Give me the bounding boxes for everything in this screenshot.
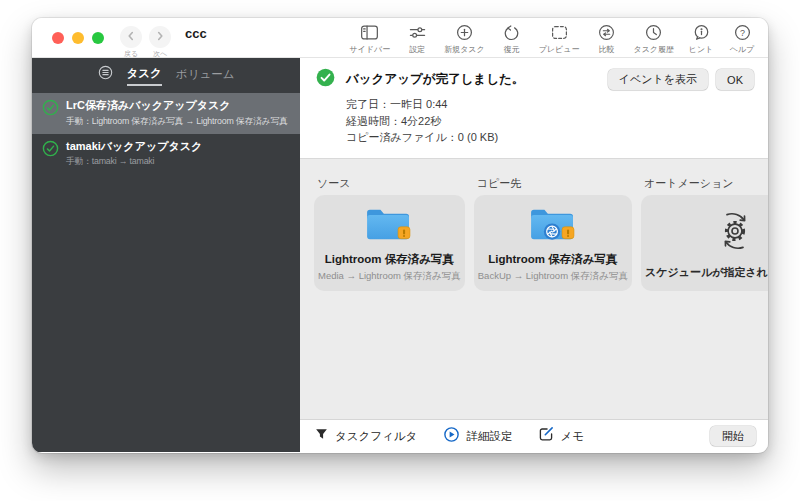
nav-buttons: 戻る 次へ xyxy=(120,18,171,59)
success-check-icon xyxy=(316,68,335,91)
task-list-icon xyxy=(98,65,113,84)
chevron-right-icon xyxy=(154,28,166,46)
source-title: Lightroom 保存済み写真 xyxy=(325,252,454,267)
toolbar-new-task[interactable]: 新規タスク xyxy=(444,23,485,55)
hint-icon xyxy=(692,23,711,42)
toolbar-preview[interactable]: プレビュー xyxy=(539,23,580,55)
traffic-lights xyxy=(52,32,104,44)
toolbar: サイドバー 設定 新規タスク xyxy=(349,21,756,55)
svg-text:?: ? xyxy=(740,27,745,37)
help-icon: ? xyxy=(733,23,752,42)
task-history-icon xyxy=(644,23,663,42)
ok-button[interactable]: OK xyxy=(716,69,754,90)
title-bar: 戻る 次へ ccc サイドバー xyxy=(32,18,768,58)
source-folder-icon xyxy=(364,203,414,247)
app-window: 戻る 次へ ccc サイドバー xyxy=(32,18,768,453)
toolbar-task-history[interactable]: タスク履歴 xyxy=(633,23,674,55)
destination-card[interactable]: Lightroom 保存済み写真 BackUp → Lightroom 保存済み… xyxy=(474,195,632,291)
destination-folder-icon xyxy=(528,203,578,247)
advanced-settings-icon xyxy=(443,426,460,447)
compare-icon xyxy=(597,23,616,42)
forward-label: 次へ xyxy=(153,49,167,59)
tab-tasks[interactable]: タスク xyxy=(127,66,162,86)
source-heading: ソース xyxy=(314,176,465,191)
zoom-button[interactable] xyxy=(92,32,104,44)
window-title: ccc xyxy=(185,26,207,41)
task-title: LrC保存済みバックアップタスク xyxy=(66,98,288,113)
schedule-gear-icon xyxy=(712,207,758,257)
task-success-icon xyxy=(42,140,59,161)
task-subtitle: 手動：Lightroom 保存済み写真 → Lightroom 保存済み写真 xyxy=(66,116,288,128)
sidebar-tabs: タスク ボリューム xyxy=(32,58,300,86)
tab-volumes[interactable]: ボリューム xyxy=(176,67,235,85)
task-subtitle: 手動：tamaki → tamaki xyxy=(66,156,202,168)
advanced-settings-button[interactable]: 詳細設定 xyxy=(443,426,512,447)
sidebar-icon xyxy=(360,23,379,42)
toolbar-hint[interactable]: ヒント xyxy=(687,23,715,55)
status-copied-files: コピー済みファイル：0 (0 KB) xyxy=(346,129,754,146)
show-events-button[interactable]: イベントを表示 xyxy=(608,69,708,90)
task-filter-button[interactable]: タスクフィルタ xyxy=(314,427,417,446)
task-sidebar: タスク ボリューム LrC保存済みバックアップタスク 手動：Lightroom … xyxy=(32,58,300,452)
automation-message: スケジュールが指定されていません xyxy=(645,265,768,280)
back-label: 戻る xyxy=(124,49,138,59)
start-button[interactable]: 開始 xyxy=(710,426,756,446)
automation-heading: オートメーション xyxy=(641,176,768,191)
preview-icon xyxy=(550,23,569,42)
aperture-badge-icon xyxy=(544,223,560,239)
destination-subtitle: BackUp → Lightroom 保存済み写真 xyxy=(478,270,628,283)
settings-icon xyxy=(408,23,427,42)
status-section: バックアップが完了しました。 イベントを表示 OK 完了日：一昨日 0:44 経… xyxy=(300,58,768,159)
task-row-tamaki[interactable]: tamakiバックアップタスク 手動：tamaki → tamaki xyxy=(32,134,300,175)
toolbar-help[interactable]: ? ヘルプ xyxy=(728,23,756,55)
task-panels: ソース コピー先 オートメーション xyxy=(300,159,768,419)
task-success-icon xyxy=(42,99,59,120)
status-message: バックアップが完了しました。 xyxy=(346,71,524,88)
minimize-button[interactable] xyxy=(72,32,84,44)
destination-heading: コピー先 xyxy=(474,176,632,191)
forward-button[interactable]: 次へ xyxy=(149,26,171,59)
close-button[interactable] xyxy=(52,32,64,44)
destination-title: Lightroom 保存済み写真 xyxy=(488,252,617,267)
memo-button[interactable]: メモ xyxy=(538,426,584,446)
status-elapsed-time: 経過時間：4分22秒 xyxy=(346,113,754,130)
task-list: LrC保存済みバックアップタスク 手動：Lightroom 保存済み写真 → L… xyxy=(32,93,300,174)
restore-icon xyxy=(502,23,521,42)
task-title: tamakiバックアップタスク xyxy=(66,139,202,154)
toolbar-compare[interactable]: 比較 xyxy=(592,23,620,55)
new-task-icon xyxy=(455,23,474,42)
back-button[interactable]: 戻る xyxy=(120,26,142,59)
task-row-lrc[interactable]: LrC保存済みバックアップタスク 手動：Lightroom 保存済み写真 → L… xyxy=(32,93,300,134)
status-completed-date: 完了日：一昨日 0:44 xyxy=(346,96,754,113)
bottom-bar: タスクフィルタ 詳細設定 メモ 開始 xyxy=(300,419,768,452)
source-subtitle: Media → Lightroom 保存済み写真 xyxy=(318,270,461,283)
source-card[interactable]: Lightroom 保存済み写真 Media → Lightroom 保存済み写… xyxy=(314,195,465,291)
memo-compose-icon xyxy=(538,426,554,446)
filter-funnel-icon xyxy=(314,427,329,446)
automation-card[interactable]: スケジュールが指定されていません xyxy=(641,195,768,291)
toolbar-sidebar[interactable]: サイドバー xyxy=(349,23,390,55)
toolbar-restore[interactable]: 復元 xyxy=(498,23,526,55)
toolbar-settings[interactable]: 設定 xyxy=(403,23,431,55)
chevron-left-icon xyxy=(125,28,137,46)
